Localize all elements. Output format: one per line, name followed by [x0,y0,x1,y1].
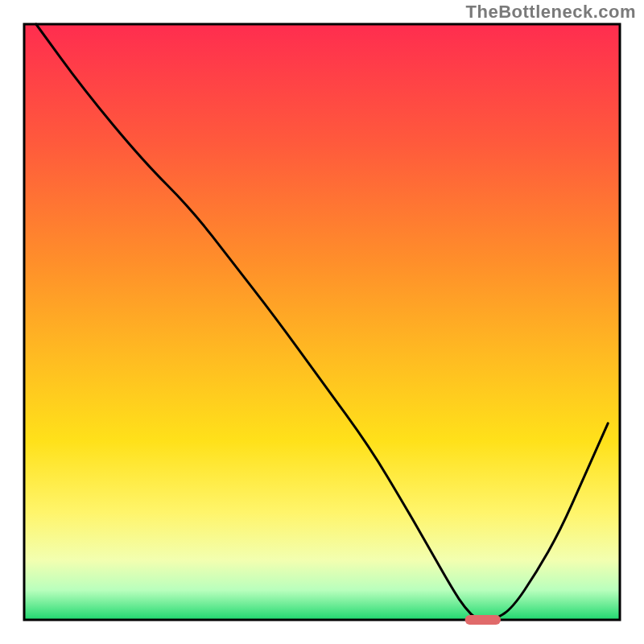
bottleneck-chart [0,0,644,644]
plot-background [24,24,620,620]
optimal-marker [465,615,501,625]
chart-container: TheBottleneck.com [0,0,644,644]
